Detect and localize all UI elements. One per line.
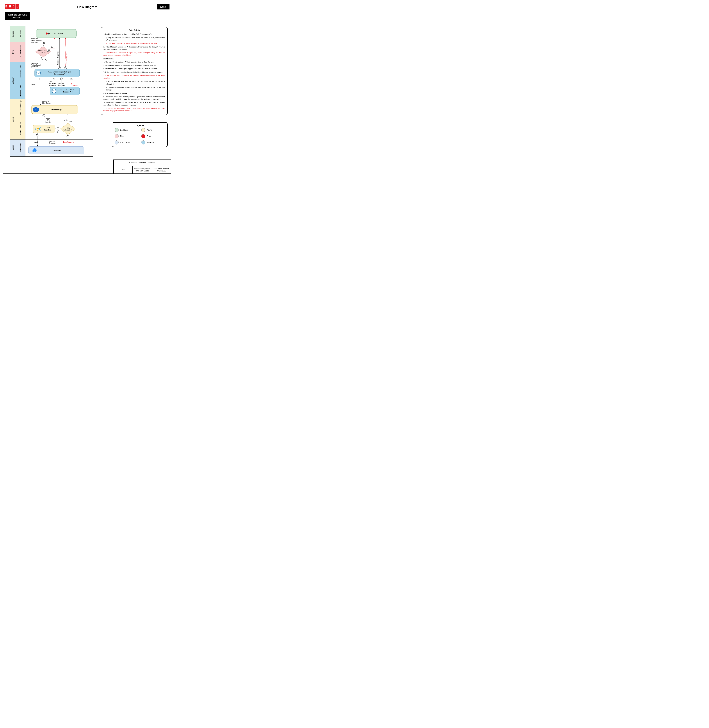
swatch-error: [141, 134, 145, 138]
swimlane-diagram: Source Backbase Ping API Governance Mule…: [10, 26, 93, 169]
cosmos-label: CosmosDB: [52, 149, 61, 151]
page-frame: B E C U Flow Diagram Draft Backbase Case…: [3, 3, 171, 174]
swatch-cosmos: [115, 140, 119, 145]
step-8b: 8b: [65, 120, 67, 121]
dp-1a: a) Ping will validate the access token, …: [106, 37, 165, 41]
e10-l1: Success: [58, 83, 64, 85]
swatch-mulesoft: [141, 140, 145, 145]
step-8a: 8a: [57, 130, 58, 132]
legend-item-backbase: Backbase: [115, 128, 138, 132]
proc-l1: BECU PDF Base64: [60, 89, 75, 91]
main-content: Source Backbase Ping API Governance Mule…: [3, 12, 171, 174]
step-7: 7: [47, 134, 47, 136]
node-backbase-label: BACKBASE: [54, 33, 65, 35]
dp-7: 7. If the insertion is successful, Cosmo…: [104, 71, 165, 73]
step-11: 11: [71, 78, 73, 80]
lane-source: Source: [12, 31, 14, 37]
svg-text:10: 10: [35, 109, 36, 111]
footer-title: Backbase CaseData Extraction: [114, 160, 171, 166]
lane-ping: Ping: [12, 50, 14, 54]
e1a-l1: Post/event: [31, 63, 38, 64]
legend-label: Backbase: [120, 129, 128, 131]
page-title: Flow Diagram: [3, 5, 171, 9]
proc-l2: Process API: [63, 91, 73, 93]
step-1a: 1a: [41, 58, 42, 60]
header: B E C U Flow Diagram Draft: [3, 3, 171, 12]
dp-6: 6. After the Azure Function gets trigger…: [104, 68, 165, 70]
e1-l3: generation: [31, 41, 38, 43]
dp-9: 9. Backbase sends data to the pdfbase64-…: [104, 96, 165, 101]
e8b-yes: Yes: [69, 121, 71, 122]
e1-l1: Post/event: [31, 38, 38, 39]
e7-l2: Response: [49, 142, 56, 144]
dp-11: 11. If MuleSoft's process API fails for …: [104, 107, 165, 112]
e8-label: Error Response: [63, 141, 74, 143]
dp-1b: b) If the token is invalid, an error res…: [106, 42, 165, 45]
footer-draft: Draft: [114, 166, 133, 174]
step-2: 2: [59, 67, 60, 69]
step-3: 3: [65, 67, 66, 69]
step-9: 9: [53, 78, 54, 80]
legend-item-error: Error: [141, 134, 165, 138]
e4-label: Post/event: [30, 83, 37, 85]
trig-l1: Trigger: [45, 118, 50, 120]
dp-3: 3. If the MuleSoft Experience API gets a…: [104, 51, 165, 57]
legend-label: CosmosDB: [120, 141, 130, 143]
e10-l2: Response: [58, 85, 65, 86]
e9-l2: pdfbase64-: [49, 83, 57, 85]
func-l1: Azure: [45, 127, 50, 129]
dp-8b: b) If all the retries are exhausted, the…: [106, 86, 165, 91]
dp-h9: POST/pdfbase64-generation-: [104, 92, 165, 95]
dp-8: 8. If the insertion fails, CosmosDB will…: [104, 75, 165, 79]
lane-backbase: Backbase: [20, 30, 22, 38]
footer-date: Last Edits applied 07/13/2023: [152, 166, 171, 174]
dp-5: 5. When Blob Storage receives any data, …: [104, 64, 165, 67]
step-1: 1: [44, 42, 45, 44]
func-l2: Function: [44, 129, 51, 131]
retry-l1: Retry: [66, 127, 70, 129]
retry-l2: Exhausted?: [63, 129, 72, 131]
swatch-backbase: [115, 128, 119, 132]
legend-item-ping: Ping: [115, 134, 138, 138]
legend-panel: Legends Backbase Azure Ping Error: [112, 122, 168, 147]
step-5: 5: [44, 115, 44, 116]
footer-date-l1: Last Edits applied: [154, 168, 169, 170]
dp-2: 2. If the MuleSoft Experience API succes…: [104, 46, 165, 51]
e1a-l2: Post/pdfbase64-: [31, 64, 42, 66]
e11-l1: Error: [71, 83, 74, 85]
svg-point-26: [36, 149, 37, 149]
lane-azure: Azure: [12, 117, 14, 122]
e8a-no: No: [57, 127, 58, 128]
step-8: 8: [67, 136, 69, 137]
lane-func: Azure Function: [20, 123, 22, 135]
legend-label: Error: [147, 135, 151, 137]
lane-cosmos: Cosmos DB: [20, 143, 22, 153]
e1b-no: No: [51, 46, 53, 48]
dp-10: 10. MuleSoft's process API will convert …: [104, 101, 165, 106]
legend-label: MuleSoft: [147, 141, 154, 143]
lane-proclayer: Process Layer: [20, 85, 22, 96]
step-1b: 1b: [47, 49, 49, 51]
pub-l2: Blob Storage: [42, 102, 51, 104]
e9-l3: generation: [49, 85, 56, 86]
e3-label: Error Response: [66, 53, 67, 63]
step-6: 6: [37, 134, 38, 136]
pub-l1: Publish to: [42, 101, 49, 102]
e1a-yes: Yes: [45, 59, 47, 61]
lane-apigov: API Governance: [20, 45, 22, 58]
footer-author: Document Updated by Harsh Gupta: [133, 166, 152, 174]
legend-label: Ping: [120, 135, 124, 137]
trig-l2: Azure: [45, 120, 50, 121]
e7-l1: Success: [49, 140, 55, 142]
dp-h4: POST/event-: [104, 57, 165, 60]
access-l2: Valid?: [41, 52, 45, 54]
e1-l2: Post/pdfbase64-: [31, 39, 42, 41]
dp-1: 1. Backbase publishes the data to the Mu…: [104, 33, 165, 35]
lane-blob: Azure Blob Storage: [20, 100, 22, 117]
footer-date-l2: 07/13/2023: [157, 170, 166, 172]
lane-target: Target: [12, 145, 14, 151]
legend-item-mulesoft: MuleSoft: [141, 140, 165, 145]
dp-8a: a) Azure Function will retry to push the…: [106, 80, 165, 85]
legend-label: Azure: [147, 129, 152, 131]
subtitle-line2: Extraction: [13, 16, 22, 19]
